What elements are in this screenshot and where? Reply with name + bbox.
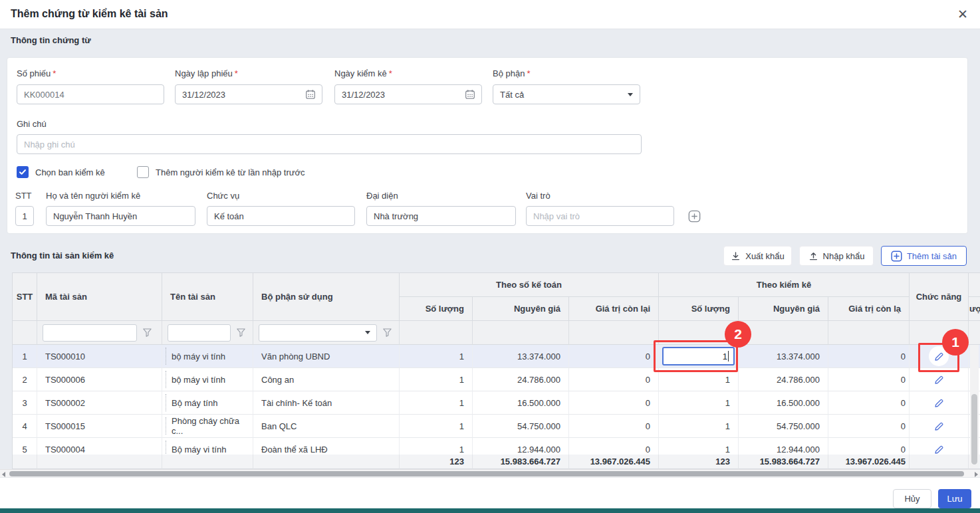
table-row[interactable]: 3 TS000002 Bộ máy tính Tài chính- Kế toá… — [13, 391, 980, 415]
cell-rem-acc: 0 — [569, 438, 659, 455]
filter-cell-cost-inv — [739, 321, 828, 345]
section-title-asset-info: Thông tin tài sản kiểm kê — [11, 251, 114, 260]
cell-rem-inv: 0 — [828, 391, 910, 415]
cell-cost-acc: 24.786.000 — [473, 368, 569, 391]
add-committee-member-button[interactable] — [687, 209, 701, 223]
modal-titlebar: Thêm chứng từ kiểm kê tài sản ✕ — [0, 0, 980, 29]
qty-inventory-edit-input[interactable]: 1 — [662, 347, 735, 365]
edit-row-button[interactable] — [929, 416, 949, 436]
table-row[interactable]: 5 TS000004 Bộ máy vi tính Đoàn thể xã LH… — [13, 438, 980, 455]
vertical-scrollbar[interactable] — [970, 345, 979, 468]
summary-dept — [253, 455, 400, 469]
table-row[interactable]: 4 TS000015 Phòng cháy chữa c... Ban QLC … — [13, 415, 980, 438]
scroll-right-arrow-icon[interactable] — [975, 472, 978, 477]
ngay-lap-phieu-input[interactable] — [175, 84, 322, 104]
bo-phan-select[interactable]: Tất cả — [493, 84, 640, 104]
filter-name-input[interactable] — [168, 324, 231, 342]
text-cursor — [728, 351, 729, 361]
window-bottom-edge — [0, 508, 980, 513]
table-row[interactable]: 2 TS000006 bộ máy vi tính Công an 1 24.7… — [13, 368, 980, 391]
edit-pencil-icon — [933, 421, 945, 432]
add-asset-button[interactable]: Thêm tài sản — [881, 246, 967, 266]
modal-footer: Hủy Lưu — [0, 477, 980, 513]
committee-position-input[interactable] — [207, 206, 355, 226]
cell-name: Bộ máy vi tính — [162, 438, 253, 455]
section-title-document-info: Thông tin chứng từ — [11, 35, 91, 45]
cell-rem-acc: 0 — [569, 415, 659, 438]
save-button[interactable]: Lưu — [938, 489, 971, 508]
upload-icon — [808, 251, 818, 261]
document-info-card: Số phiếu* Ngày lập phiếu* Ngày kiểm kê* … — [7, 57, 968, 234]
cell-code: TS000004 — [37, 438, 162, 455]
import-button[interactable]: Nhập khẩu — [799, 246, 874, 266]
header-remaining-accounting: Giá trị còn lại — [569, 297, 659, 321]
cancel-button-label: Hủy — [904, 494, 919, 504]
cell-stt: 2 — [13, 368, 37, 391]
filter-icon[interactable] — [236, 328, 246, 340]
close-icon[interactable]: ✕ — [957, 7, 968, 23]
ngay-kiem-ke-label: Ngày kiểm kê* — [334, 68, 392, 78]
ngay-kiem-ke-input[interactable] — [334, 84, 482, 104]
vertical-scrollbar-thumb[interactable] — [971, 394, 977, 464]
ngay-lap-phieu-label: Ngày lập phiếu* — [175, 68, 238, 78]
cell-rem-inv: 0 — [828, 415, 910, 438]
cell-cost-acc: 16.500.000 — [473, 391, 569, 415]
ghi-chu-input[interactable] — [17, 134, 642, 154]
cell-qty-acc: 1 — [400, 345, 473, 368]
edit-pencil-icon — [933, 444, 945, 455]
summary-cost-acc: 15.983.664.727 — [473, 455, 569, 469]
edit-row-button[interactable] — [929, 439, 949, 455]
edit-pencil-icon — [933, 397, 945, 409]
header-qty-accounting: Số lượng — [400, 297, 473, 321]
cell-stt: 4 — [13, 415, 37, 438]
chevron-down-icon[interactable] — [365, 331, 370, 334]
filter-icon[interactable] — [142, 328, 152, 340]
summary-code — [37, 455, 162, 469]
filter-cell-qty-inv — [659, 321, 739, 345]
cell-name: Bộ máy tính — [162, 391, 253, 415]
committee-role-input[interactable] — [526, 206, 674, 226]
plus-icon — [688, 210, 701, 223]
cell-dept: Ban QLC — [253, 415, 400, 438]
chevron-down-icon — [628, 93, 633, 96]
cell-qty-inv: 1 — [659, 415, 739, 438]
so-phieu-input[interactable] — [17, 84, 164, 104]
cancel-button[interactable]: Hủy — [893, 489, 931, 508]
cell-actions — [910, 415, 969, 438]
filter-code-input[interactable] — [43, 324, 137, 342]
calendar-icon[interactable] — [465, 89, 475, 102]
filter-dept-input[interactable] — [259, 324, 377, 342]
chon-ban-kiem-ke-checkbox[interactable] — [17, 166, 29, 178]
committee-rep-input[interactable] — [366, 206, 516, 226]
cell-name: bộ máy vi tính — [162, 345, 253, 368]
them-nguoi-kiem-ke-checkbox[interactable] — [137, 166, 149, 178]
edit-pencil-icon — [933, 374, 945, 385]
chon-ban-kiem-ke-label: Chọn ban kiểm kê — [35, 167, 105, 177]
edit-row-button[interactable] — [929, 369, 949, 389]
download-icon — [731, 251, 741, 261]
required-asterisk: * — [53, 68, 56, 78]
summary-qty-acc: 123 — [400, 455, 473, 469]
cell-cost-inv: 12.944.000 — [739, 438, 828, 455]
committee-stt-header: STT — [15, 191, 32, 201]
calendar-icon[interactable] — [305, 89, 316, 102]
cell-rem-acc: 0 — [569, 345, 659, 368]
cell-name: Phòng cháy chữa c... — [162, 415, 253, 438]
edit-row-button[interactable] — [929, 393, 949, 413]
cell-stt: 5 — [13, 438, 37, 455]
committee-name-input[interactable] — [46, 206, 195, 226]
cell-stt: 1 — [13, 345, 37, 368]
committee-name-header: Họ và tên người kiểm kê — [46, 191, 140, 201]
export-button[interactable]: Xuất khẩu — [723, 246, 792, 266]
horizontal-scrollbar[interactable] — [0, 469, 980, 477]
edit-row-button[interactable] — [929, 346, 949, 366]
scroll-left-arrow-icon[interactable] — [2, 472, 5, 477]
table-row[interactable]: 1 TS000010 bộ máy vi tính Văn phòng UBND… — [13, 345, 980, 368]
cell-cost-acc: 12.944.000 — [473, 438, 569, 455]
header-group-inventory: Theo kiểm kê — [659, 273, 910, 297]
header-hidden-column-top — [969, 273, 980, 297]
filter-icon[interactable] — [382, 328, 392, 340]
horizontal-scrollbar-thumb[interactable] — [9, 471, 964, 476]
filter-cell-code — [37, 321, 162, 345]
summary-cost-inv: 15.983.664.727 — [739, 455, 828, 469]
